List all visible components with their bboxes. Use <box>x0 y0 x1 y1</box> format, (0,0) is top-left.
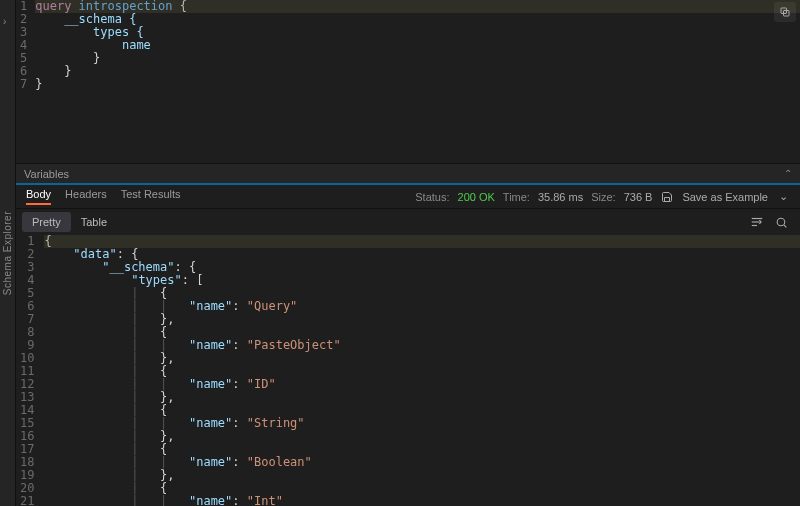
status-label: Status: <box>415 191 449 203</box>
svg-point-5 <box>777 218 785 226</box>
search-icon[interactable] <box>774 215 788 229</box>
chevron-right-icon[interactable]: › <box>3 16 6 27</box>
code-line: __schema { <box>35 13 800 26</box>
request-gutter: 1234567 <box>16 0 35 163</box>
status-value: 200 OK <box>458 191 495 203</box>
response-view-row: PrettyTable <box>16 209 800 235</box>
copy-icon[interactable] <box>774 2 796 22</box>
size-value: 736 B <box>624 191 653 203</box>
view-tab-pretty[interactable]: Pretty <box>22 212 71 232</box>
code-line: } <box>35 78 800 91</box>
time-value: 35.86 ms <box>538 191 583 203</box>
response-code[interactable]: { "data": { "__schema": { "types": [ | {… <box>44 235 800 506</box>
variables-label: Variables <box>24 168 69 180</box>
code-line: name <box>35 39 800 52</box>
response-gutter: 123456789101112131415161718192021 <box>16 235 44 506</box>
tab-headers[interactable]: Headers <box>65 188 107 205</box>
code-line: } <box>35 52 800 65</box>
chevron-up-icon[interactable]: ⌃ <box>784 168 792 179</box>
response-tabs: BodyHeadersTest Results <box>26 188 181 205</box>
code-line: | | "name": "Int" <box>44 495 800 506</box>
request-editor[interactable]: 1234567 query introspection { __schema {… <box>16 0 800 163</box>
code-line: } <box>35 65 800 78</box>
rail-label: Schema Explorer <box>2 211 13 295</box>
tab-tests[interactable]: Test Results <box>121 188 181 205</box>
variables-bar[interactable]: Variables ⌃ <box>16 163 800 183</box>
schema-explorer-rail[interactable]: › Schema Explorer <box>0 0 16 506</box>
time-label: Time: <box>503 191 530 203</box>
chevron-down-icon[interactable]: ⌄ <box>776 190 790 204</box>
save-example-button[interactable]: Save as Example <box>682 191 768 203</box>
size-label: Size: <box>591 191 615 203</box>
save-icon[interactable] <box>660 190 674 204</box>
response-header-row: BodyHeadersTest Results Status: 200 OK T… <box>16 185 800 209</box>
svg-line-6 <box>784 225 786 227</box>
response-editor[interactable]: 123456789101112131415161718192021 { "dat… <box>16 235 800 506</box>
tab-body[interactable]: Body <box>26 188 51 205</box>
wrap-icon[interactable] <box>750 215 764 229</box>
view-tab-table[interactable]: Table <box>71 212 117 232</box>
request-code[interactable]: query introspection { __schema { types {… <box>35 0 800 163</box>
view-mode-tabs: PrettyTable <box>22 212 117 232</box>
